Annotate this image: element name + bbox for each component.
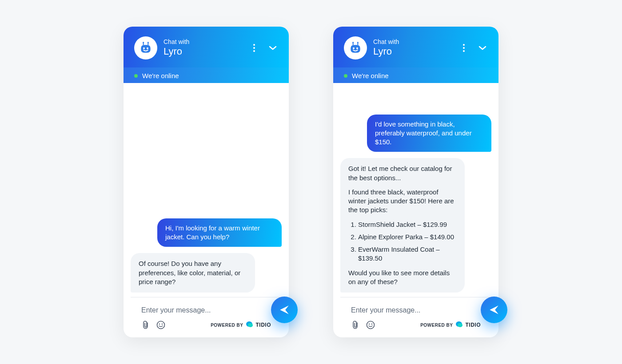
chat-with-label: Chat with	[373, 38, 459, 46]
emoji-button[interactable]	[366, 320, 375, 329]
bot-paragraph: Got it! Let me check our catalog for the…	[348, 164, 457, 182]
send-button[interactable]	[481, 297, 507, 323]
svg-point-18	[353, 47, 355, 49]
product-list: StormShield Jacket – $129.99 Alpine Expl…	[358, 220, 457, 263]
svg-point-23	[367, 321, 375, 329]
chat-title-block: Chat with Lyro	[163, 38, 249, 57]
robot-icon	[139, 41, 153, 55]
brand-name: TIDIO	[256, 322, 271, 328]
tidio-logo-icon	[246, 321, 253, 328]
bot-avatar	[344, 36, 367, 59]
header-actions	[249, 43, 278, 53]
send-icon	[488, 304, 500, 316]
tidio-logo-icon	[456, 321, 463, 328]
product-list-item: Alpine Explorer Parka – $149.00	[358, 233, 457, 241]
svg-point-19	[356, 47, 358, 49]
status-text: We're online	[352, 72, 389, 79]
send-icon	[279, 304, 290, 316]
message-input[interactable]: Enter your message...	[141, 304, 271, 320]
svg-point-10	[157, 321, 165, 329]
product-list-item: EverWarm Insulated Coat – $139.50	[358, 245, 457, 263]
header-actions	[459, 43, 488, 53]
svg-point-8	[253, 47, 255, 49]
svg-point-6	[147, 47, 148, 49]
svg-point-7	[253, 44, 255, 46]
powered-by[interactable]: POWERED BY TIDIO	[211, 321, 271, 328]
smiley-icon	[156, 320, 165, 329]
product-list-item: StormShield Jacket – $129.99	[358, 220, 457, 229]
message-input[interactable]: Enter your message...	[351, 304, 481, 320]
svg-point-13	[352, 42, 354, 43]
powered-by-label: POWERED BY	[211, 323, 243, 328]
chat-with-label: Chat with	[163, 38, 249, 46]
svg-point-1	[148, 42, 149, 43]
messages-area: I'd love something in black, preferably …	[333, 83, 498, 297]
bot-name: Lyro	[163, 46, 249, 57]
svg-point-20	[463, 44, 465, 46]
chat-widget-1: Chat with Lyro We're online Hi, I'm look…	[124, 27, 289, 337]
minimize-button[interactable]	[267, 43, 278, 53]
kebab-menu-icon	[253, 44, 255, 52]
kebab-menu-icon	[463, 44, 465, 52]
message-user: I'd love something in black, preferably …	[367, 115, 491, 152]
smiley-icon	[366, 320, 375, 329]
online-status-dot	[134, 74, 138, 78]
status-text: We're online	[142, 72, 179, 79]
paperclip-icon	[142, 320, 150, 329]
minimize-button[interactable]	[477, 43, 488, 53]
send-button[interactable]	[271, 297, 298, 323]
svg-point-11	[159, 324, 160, 324]
svg-point-24	[369, 324, 370, 324]
chevron-down-icon	[269, 46, 277, 50]
robot-icon	[348, 41, 363, 55]
svg-point-5	[143, 47, 145, 49]
powered-by-label: POWERED BY	[420, 323, 453, 328]
more-options-button[interactable]	[249, 43, 259, 53]
emoji-button[interactable]	[156, 320, 165, 329]
svg-point-9	[253, 50, 255, 52]
svg-point-25	[371, 324, 372, 324]
svg-point-14	[357, 42, 359, 43]
chat-title-block: Chat with Lyro	[373, 38, 459, 57]
chevron-down-icon	[478, 46, 486, 50]
message-bot: Of course! Do you have any preferences, …	[131, 253, 255, 293]
chat-header: Chat with Lyro	[124, 27, 289, 67]
svg-rect-17	[351, 45, 360, 52]
bot-name: Lyro	[373, 46, 459, 57]
svg-rect-4	[141, 45, 150, 52]
svg-point-22	[463, 50, 465, 52]
message-bot: Got it! Let me check our catalog for the…	[340, 158, 465, 293]
bot-paragraph: Would you like to see more details on an…	[348, 269, 457, 287]
attachment-button[interactable]	[141, 320, 150, 329]
input-area: Enter your message... POWERED BY TIDIO	[131, 297, 282, 337]
powered-by[interactable]: POWERED BY TIDIO	[420, 321, 481, 328]
bot-paragraph: I found three black, waterproof winter j…	[348, 188, 457, 215]
messages-area: Hi, I'm looking for a warm winter jacket…	[124, 83, 289, 297]
svg-point-21	[463, 47, 465, 49]
more-options-button[interactable]	[459, 43, 469, 53]
input-area: Enter your message... POWERED BY TIDIO	[340, 297, 491, 337]
paperclip-icon	[351, 320, 359, 329]
online-status-dot	[344, 74, 347, 78]
svg-point-0	[143, 42, 144, 43]
brand-name: TIDIO	[466, 322, 481, 328]
message-user: Hi, I'm looking for a warm winter jacket…	[157, 218, 282, 247]
chat-header: Chat with Lyro	[333, 27, 498, 67]
bot-avatar	[134, 36, 157, 59]
svg-point-12	[162, 324, 163, 324]
chat-widget-2: Chat with Lyro We're online I'd love som…	[333, 27, 498, 337]
attachment-button[interactable]	[351, 320, 360, 329]
